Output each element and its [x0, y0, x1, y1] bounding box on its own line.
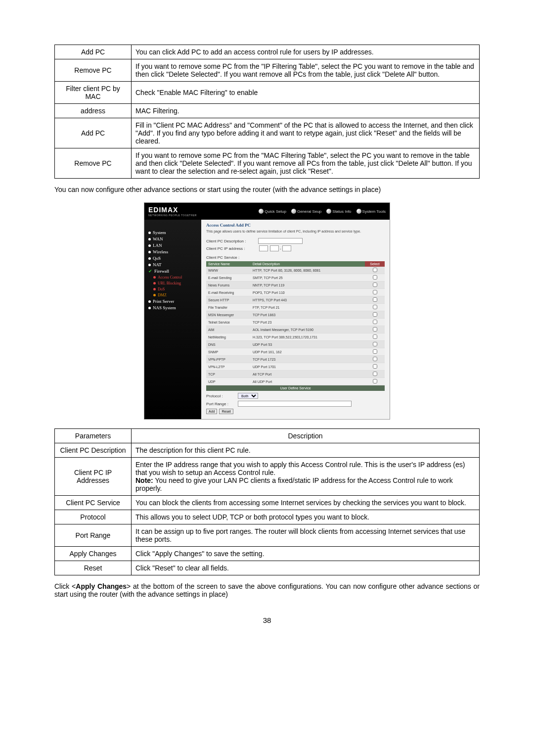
- service-row: MSN MessengerTCP Port 1863: [206, 311, 385, 319]
- reset-button[interactable]: Reset: [219, 409, 233, 414]
- sidebar-item[interactable]: NAT: [148, 262, 197, 267]
- service-checkbox[interactable]: [373, 290, 377, 294]
- ss-page-desc: This page allows users to define service…: [206, 230, 385, 233]
- add-button[interactable]: Add: [206, 409, 217, 414]
- table-row-param: Protocol: [55, 510, 132, 524]
- service-checkbox[interactable]: [373, 342, 377, 346]
- nav-item[interactable]: Status Info: [326, 209, 351, 214]
- service-checkbox[interactable]: [373, 320, 377, 324]
- sidebar-label: System: [153, 230, 166, 235]
- nav-item[interactable]: System Tools: [356, 209, 386, 214]
- service-name: AIM: [206, 326, 251, 333]
- service-detail: NNTP, TCP Port 119: [251, 282, 365, 289]
- service-checkbox[interactable]: [373, 379, 377, 383]
- service-checkbox[interactable]: [373, 283, 377, 287]
- nav-dot-icon: [259, 209, 264, 214]
- service-row: E-mail ReceivingPOP3, TCP Port 110: [206, 289, 385, 296]
- bullet-icon: [148, 232, 151, 234]
- table-row-desc: This allows you to select UDP, TCP or bo…: [132, 510, 480, 524]
- sidebar-label: Access Control: [158, 275, 182, 280]
- service-table: Service Name Detail Description Select W…: [206, 261, 385, 385]
- service-checkbox[interactable]: [373, 297, 377, 302]
- service-checkbox[interactable]: [373, 305, 377, 309]
- bullet-icon: [153, 294, 156, 296]
- nav-dot-icon: [356, 209, 361, 214]
- nav-item[interactable]: Quick Setup: [259, 209, 286, 214]
- service-checkbox[interactable]: [373, 372, 377, 376]
- sidebar-item[interactable]: QoS: [148, 256, 197, 261]
- sidebar-item[interactable]: Wireless: [148, 249, 197, 254]
- service-checkbox[interactable]: [373, 275, 377, 280]
- ip-input-1[interactable]: [259, 245, 268, 251]
- port-range-input[interactable]: [238, 401, 352, 407]
- table-row-desc: The description for this client PC rule.: [132, 443, 480, 458]
- ss-main: Access Control Add PC This page allows u…: [201, 220, 390, 419]
- service-detail: HTTPS, TCP Port 443: [251, 296, 365, 304]
- service-detail: All UDP Port: [251, 378, 365, 385]
- service-row: SNMPUDP Port 161, 162: [206, 348, 385, 356]
- table-row-desc: You can click Add PC to add an access co…: [132, 45, 480, 59]
- user-define-service-header: User Define Service: [206, 385, 385, 391]
- sidebar-label: WAN: [153, 236, 163, 241]
- port-range-label: Port Range :: [206, 402, 236, 406]
- sidebar-sub-item[interactable]: Access Control: [153, 275, 197, 280]
- service-row: Secure HTTPHTTPS, TCP Port 443: [206, 296, 385, 304]
- ip-input-3[interactable]: [282, 245, 291, 251]
- ip-input-2[interactable]: [270, 245, 279, 251]
- ss-top-nav: Quick SetupGeneral SeupStatus InfoSystem…: [259, 209, 386, 214]
- service-name: Secure HTTP: [206, 296, 251, 304]
- service-name: VPN-PPTP: [206, 356, 251, 363]
- sidebar-label: DoS: [158, 287, 165, 291]
- service-name: MSN Messenger: [206, 311, 251, 319]
- check-icon: ✔: [148, 269, 152, 274]
- client-pc-description-input[interactable]: [258, 238, 303, 244]
- service-row: WWWHTTP, TCP Port 80, 3128, 8000, 8080, …: [206, 267, 385, 274]
- service-detail: UDP Port 1701: [251, 363, 365, 371]
- bullet-icon: [148, 264, 151, 266]
- service-name: NetMeeting: [206, 333, 251, 341]
- svc-header-detail: Detail Description: [251, 261, 365, 267]
- table-row-desc: Click "Reset" to clear all fields.: [132, 561, 480, 575]
- table-row-param: Apply Changes: [55, 547, 132, 561]
- sidebar-label: DMZ: [158, 293, 167, 297]
- service-detail: AOL Instant Messenger, TCP Port 5190: [251, 326, 365, 333]
- sidebar-label: Print Server: [153, 299, 174, 304]
- service-checkbox[interactable]: [373, 357, 377, 361]
- service-checkbox[interactable]: [373, 349, 377, 354]
- service-checkbox[interactable]: [373, 327, 377, 331]
- sidebar-item-firewall[interactable]: ✔ Firewall: [148, 269, 197, 274]
- sidebar-item[interactable]: WAN: [148, 236, 197, 241]
- field-label-ip: Client PC IP address :: [206, 246, 258, 251]
- table-row-param: address: [55, 104, 132, 118]
- nav-label: System Tools: [362, 209, 386, 214]
- sidebar-item[interactable]: NAS System: [148, 305, 197, 310]
- service-name: DNS: [206, 341, 251, 348]
- sidebar-label: NAT: [153, 262, 162, 267]
- table-row-param: Reset: [55, 561, 132, 575]
- table-row-param: Client PC Description: [55, 443, 132, 458]
- sidebar-item[interactable]: Print Server: [148, 299, 197, 304]
- sidebar-item[interactable]: System: [148, 230, 197, 235]
- service-checkbox[interactable]: [373, 364, 377, 369]
- nav-item[interactable]: General Seup: [291, 209, 321, 214]
- service-detail: POP3, TCP Port 110: [251, 289, 365, 296]
- service-checkbox[interactable]: [373, 268, 377, 272]
- table-row-desc: Check "Enable MAC Filtering" to enable: [132, 82, 480, 104]
- service-row: DNSUDP Port 53: [206, 341, 385, 348]
- protocol-select[interactable]: Both: [238, 393, 258, 399]
- field-label-service: Client PC Service :: [206, 255, 258, 260]
- service-row: E-mail SendingSMTP, TCP Port 25: [206, 274, 385, 282]
- service-name: File Transfer: [206, 304, 251, 311]
- table-row-desc: If you want to remove some PC from the "…: [132, 148, 480, 179]
- nav-label: Status Info: [332, 209, 351, 214]
- sidebar-item[interactable]: LAN: [148, 243, 197, 248]
- sidebar-sub-item[interactable]: DoS: [153, 287, 197, 291]
- service-checkbox[interactable]: [373, 312, 377, 317]
- service-detail: UDP Port 161, 162: [251, 348, 365, 356]
- service-checkbox[interactable]: [373, 334, 377, 339]
- table-row-param: Filter client PC by MAC: [55, 82, 132, 104]
- sidebar-sub-item[interactable]: DMZ: [153, 293, 197, 297]
- sidebar-sub-item[interactable]: URL Blocking: [153, 281, 197, 285]
- table-row-desc: If you want to remove some PC from the "…: [132, 59, 480, 82]
- service-name: TCP: [206, 371, 251, 378]
